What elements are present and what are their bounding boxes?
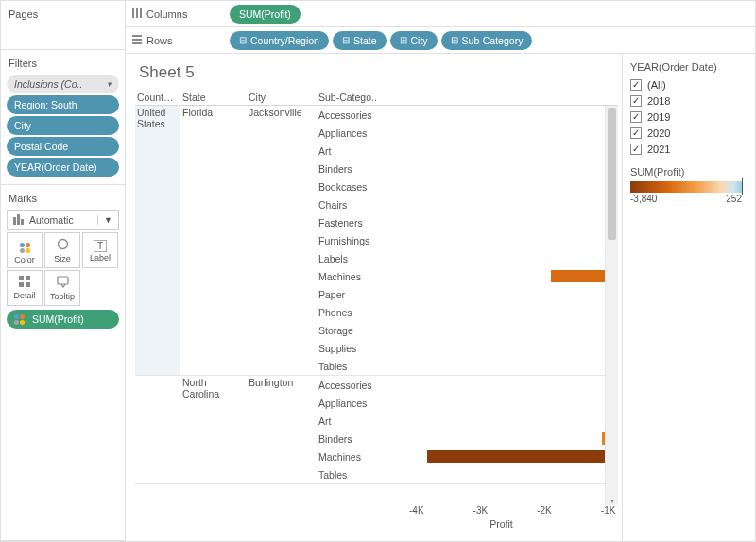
table-row[interactable]: Phones: [317, 303, 605, 321]
table-row[interactable]: Art: [317, 142, 605, 160]
table-row[interactable]: Supplies: [317, 339, 605, 357]
year-checkbox-2[interactable]: ✓2019: [630, 109, 747, 125]
table-row[interactable]: Binders: [317, 160, 605, 178]
subcategory-label: Phones: [317, 307, 385, 318]
hdr-state[interactable]: State: [180, 90, 247, 105]
rows-pill-3[interactable]: ⊞Sub-Category: [441, 31, 533, 50]
bar-zone: [385, 430, 605, 448]
axis-tick: -4K: [409, 505, 424, 516]
columns-icon: [131, 8, 143, 21]
rows-pill-2[interactable]: ⊞City: [390, 31, 438, 50]
marks-label-button[interactable]: TLabel: [82, 232, 118, 268]
subcategory-label: Appliances: [317, 127, 385, 139]
year-checkbox-3[interactable]: ✓2020: [630, 125, 747, 141]
table-row[interactable]: Appliances: [317, 394, 605, 412]
main: Columns SUM(Profit) Rows ⊟Country/Region…: [126, 1, 755, 541]
svg-rect-9: [132, 8, 134, 18]
marks-color-button[interactable]: Color: [7, 232, 43, 268]
svg-rect-1: [17, 214, 20, 225]
group-1: NorthCarolinaBurlingtonAccessoriesApplia…: [135, 376, 605, 484]
table-row[interactable]: Fasteners: [317, 213, 605, 231]
table-row[interactable]: Binders: [317, 430, 605, 448]
table-row[interactable]: Tables: [317, 466, 605, 483]
svg-rect-7: [26, 282, 30, 287]
x-axis-label: Profit: [490, 518, 513, 530]
svg-rect-8: [58, 277, 68, 284]
filter-pill-3[interactable]: Postal Code: [7, 137, 119, 156]
columns-pill[interactable]: SUM(Profit): [230, 5, 301, 24]
table-row[interactable]: Labels: [317, 249, 605, 267]
filter-pill-2[interactable]: City: [7, 116, 119, 135]
bar-zone: [385, 178, 605, 195]
table-row[interactable]: Tables: [317, 357, 605, 375]
marks-size-button[interactable]: Size: [44, 232, 80, 268]
x-axis: -4K-3K-2K-1K0K Profit: [385, 505, 618, 534]
table-row[interactable]: Appliances: [317, 124, 605, 142]
subcategory-label: Fasteners: [317, 217, 385, 229]
sheet-title: Sheet 5: [139, 63, 618, 82]
bar[interactable]: [427, 450, 605, 463]
hdr-subcategory[interactable]: Sub-Catego..: [317, 90, 385, 105]
scrollbar-thumb[interactable]: [608, 108, 616, 240]
svg-rect-0: [13, 217, 16, 225]
subcategory-label: Chairs: [317, 199, 385, 211]
table-row[interactable]: Chairs: [317, 195, 605, 213]
svg-rect-10: [136, 8, 138, 18]
year-checkbox-0[interactable]: ✓(All): [630, 76, 747, 93]
legend-max: 252: [726, 194, 742, 204]
group-0: UnitedStatesFloridaJacksonvilleAccessori…: [135, 106, 605, 376]
bar-zone: [385, 466, 605, 483]
svg-rect-5: [26, 276, 30, 280]
table-row[interactable]: Paper: [317, 285, 605, 303]
marks-type-select[interactable]: Automatic ▼: [7, 210, 119, 230]
svg-rect-13: [132, 39, 142, 41]
rows-pill-1[interactable]: ⊟State: [333, 31, 387, 50]
hdr-city[interactable]: City: [247, 90, 317, 105]
filters-title: Filters: [7, 56, 119, 71]
bar-zone: [385, 267, 605, 285]
rows-pill-0[interactable]: ⊟Country/Region: [230, 31, 329, 50]
checkbox-icon: ✓: [630, 127, 642, 139]
color-dots-icon: [14, 314, 25, 325]
subcategory-label: Binders: [317, 433, 385, 445]
table-row[interactable]: Storage: [317, 321, 605, 339]
year-checkbox-1[interactable]: ✓2018: [630, 93, 747, 109]
color-icon: [20, 237, 30, 253]
filter-pill-4[interactable]: YEAR(Order Date): [7, 158, 119, 177]
rows-shelf[interactable]: Rows ⊟Country/Region⊟State⊞City⊞Sub-Cate…: [126, 27, 755, 54]
bar-zone: [385, 321, 605, 339]
hdr-country[interactable]: Count⊟/Re..: [135, 90, 180, 105]
city-label: Jacksonville: [247, 106, 317, 375]
scroll-down-icon[interactable]: ▾: [606, 497, 618, 505]
axis-tick: -2K: [537, 505, 552, 516]
vertical-scrollbar[interactable]: ▴ ▾: [605, 106, 618, 505]
chart-body[interactable]: UnitedStatesFloridaJacksonvilleAccessori…: [135, 106, 605, 505]
state-label: NorthCarolina: [180, 376, 247, 483]
marks-color-pill[interactable]: SUM(Profit): [7, 310, 119, 329]
subcategory-label: Machines: [317, 451, 385, 463]
table-row[interactable]: Machines: [317, 448, 605, 466]
marks-tooltip-button[interactable]: Tooltip: [44, 270, 80, 306]
table-row[interactable]: Art: [317, 412, 605, 430]
table-row[interactable]: Furnishings: [317, 231, 605, 249]
axis-tick: -3K: [473, 505, 489, 516]
table-row[interactable]: Bookcases: [317, 178, 605, 195]
subcategory-label: Bookcases: [317, 181, 385, 193]
year-checkbox-4[interactable]: ✓2021: [630, 141, 747, 157]
table-row[interactable]: Accessories: [317, 106, 605, 124]
filter-pill-0[interactable]: Inclusions (Co..▾: [7, 75, 119, 93]
table-row[interactable]: Machines: [317, 267, 605, 285]
legend-gradient[interactable]: [630, 181, 742, 193]
svg-rect-14: [132, 42, 142, 44]
columns-shelf[interactable]: Columns SUM(Profit): [126, 1, 755, 27]
filter-pill-1[interactable]: Region: South: [7, 95, 119, 114]
subcategory-label: Accessories: [317, 110, 385, 121]
bar[interactable]: [551, 270, 605, 282]
subcategory-label: Paper: [317, 289, 385, 300]
table-row[interactable]: Accessories: [317, 376, 605, 394]
axis-tick: -1K: [601, 505, 616, 516]
bar-zone: [385, 160, 605, 178]
bar-zone: [385, 357, 605, 375]
marks-detail-button[interactable]: Detail: [7, 270, 43, 306]
svg-rect-4: [19, 276, 24, 280]
